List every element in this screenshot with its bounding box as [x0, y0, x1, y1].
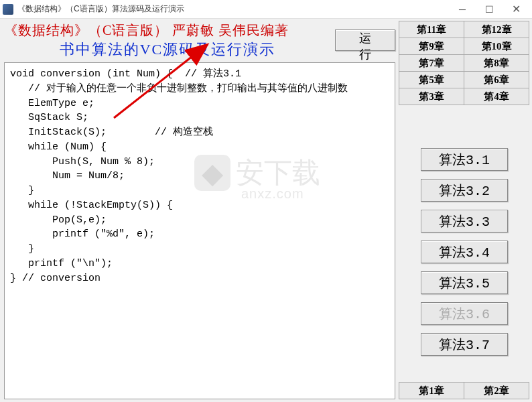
close-button[interactable]: ✕ [503, 0, 529, 19]
chapter-tab[interactable]: 第8章 [464, 54, 529, 72]
chapter-tab[interactable]: 第7章 [399, 54, 464, 72]
algorithm-button[interactable]: 算法3.1 [421, 148, 508, 171]
window-controls: ─ ☐ ✕ [449, 0, 529, 19]
chapter-grid-bottom: 第1章第2章 [399, 383, 529, 399]
code-area[interactable]: void conversion (int Num) { // 算法3.1 // … [4, 62, 395, 399]
algorithm-list: 算法3.1算法3.2算法3.3算法3.4算法3.5算法3.6算法3.7 [399, 105, 529, 383]
app-icon [3, 4, 13, 15]
algorithm-button: 算法3.6 [421, 302, 508, 325]
algorithm-button[interactable]: 算法3.4 [421, 241, 508, 263]
window-title: 《数据结构》（C语言版）算法源码及运行演示 [17, 3, 449, 15]
chapter-tab[interactable]: 第4章 [464, 88, 529, 105]
subtitle: 书中算法的VC源码及运行演示 [4, 40, 331, 60]
algorithm-button[interactable]: 算法3.3 [421, 210, 508, 232]
titlebar: 《数据结构》（C语言版）算法源码及运行演示 ─ ☐ ✕ [0, 0, 532, 19]
maximize-button[interactable]: ☐ [476, 0, 503, 19]
algorithm-button[interactable]: 算法3.2 [421, 179, 508, 202]
chapter-tab[interactable]: 第11章 [399, 21, 464, 38]
minimize-button[interactable]: ─ [449, 0, 476, 19]
chapter-tab[interactable]: 第10章 [464, 38, 529, 55]
chapter-tab[interactable]: 第2章 [464, 382, 529, 399]
chapter-tab[interactable]: 第6章 [464, 71, 529, 88]
chapter-tab[interactable]: 第5章 [399, 71, 464, 88]
chapter-tab[interactable]: 第9章 [399, 38, 464, 55]
run-button[interactable]: 运 行 [335, 29, 395, 51]
algorithm-button[interactable]: 算法3.5 [421, 271, 508, 294]
chapter-tab[interactable]: 第3章 [399, 88, 464, 105]
chapter-tab[interactable]: 第1章 [399, 382, 464, 399]
chapter-tab[interactable]: 第12章 [464, 21, 529, 38]
algorithm-button[interactable]: 算法3.7 [421, 333, 508, 356]
chapter-grid-top: 第11章第12章第9章第10章第7章第8章第5章第6章第3章第4章 [399, 21, 529, 105]
book-title: 《数据结构》（C语言版） 严蔚敏 吴伟民编著 [4, 21, 331, 40]
